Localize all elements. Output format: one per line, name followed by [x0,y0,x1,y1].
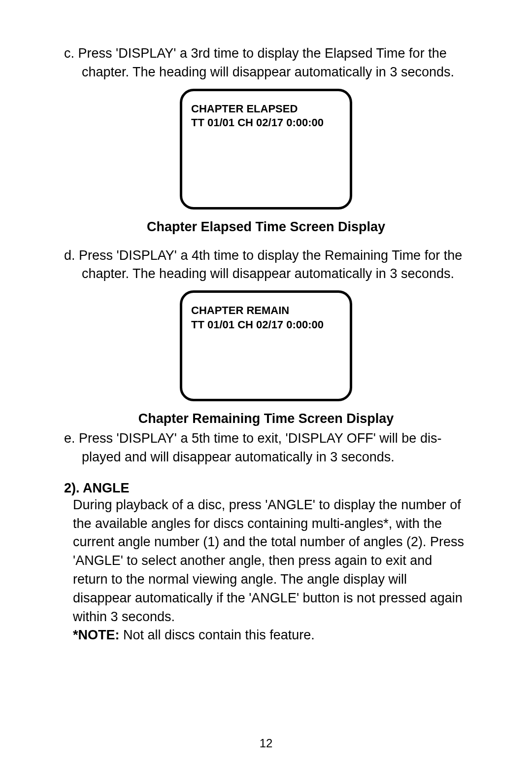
screen-elapsed-line1: CHAPTER ELAPSED [191,102,341,116]
screen-remain-line1: CHAPTER REMAIN [191,304,341,318]
para-e: e. Press 'DISPLAY' a 5th time to exit, '… [64,429,468,467]
screen-remain-line2: TT 01/01 CH 02/17 0:00:00 [191,318,341,332]
angle-heading: 2). ANGLE [64,481,468,496]
caption-remain: Chapter Remaining Time Screen Display [64,411,468,426]
screen-elapsed-line2: TT 01/01 CH 02/17 0:00:00 [191,116,341,130]
caption-elapsed: Chapter Elapsed Time Screen Display [64,219,468,235]
screen-box-remain: CHAPTER REMAIN TT 01/01 CH 02/17 0:00:00 [180,290,352,401]
page-number: 12 [0,736,532,750]
para-d: d. Press 'DISPLAY' a 4th time to display… [64,246,468,284]
note-label: *NOTE: [73,628,120,642]
screen-box-elapsed: CHAPTER ELAPSED TT 01/01 CH 02/17 0:00:0… [180,89,352,210]
angle-body: During playback of a disc, press 'ANGLE'… [64,496,468,627]
note-text: Not all discs contain this feature. [120,628,315,642]
document-page: c. Press 'DISPLAY' a 3rd time to display… [0,0,532,770]
para-c: c. Press 'DISPLAY' a 3rd time to display… [64,44,468,82]
angle-note: *NOTE: Not all discs contain this featur… [64,626,468,645]
